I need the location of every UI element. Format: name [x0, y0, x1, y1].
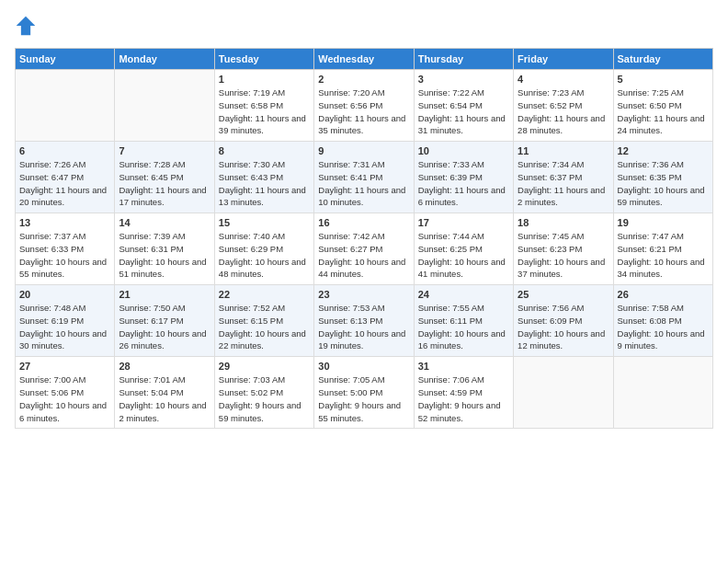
calendar-cell: 27Sunrise: 7:00 AMSunset: 5:06 PMDayligh…	[16, 357, 115, 429]
day-number: 22	[219, 289, 310, 300]
calendar-cell: 6Sunrise: 7:26 AMSunset: 6:47 PMDaylight…	[16, 142, 115, 213]
day-info: Sunrise: 7:55 AMSunset: 6:11 PMDaylight:…	[418, 302, 509, 352]
calendar-cell: 20Sunrise: 7:48 AMSunset: 6:19 PMDayligh…	[16, 285, 115, 357]
day-info: Sunrise: 7:58 AMSunset: 6:08 PMDaylight:…	[618, 302, 709, 352]
svg-marker-0	[17, 17, 36, 36]
day-number: 21	[119, 289, 210, 300]
day-number: 27	[19, 361, 110, 372]
day-number: 24	[418, 289, 509, 300]
day-number: 31	[418, 361, 509, 372]
calendar-cell: 25Sunrise: 7:56 AMSunset: 6:09 PMDayligh…	[514, 285, 613, 357]
calendar-cell: 23Sunrise: 7:53 AMSunset: 6:13 PMDayligh…	[314, 285, 414, 357]
day-number: 12	[618, 145, 709, 156]
day-number: 15	[219, 217, 310, 228]
day-number: 19	[618, 217, 709, 228]
page-header	[15, 15, 713, 37]
day-number: 2	[318, 74, 409, 85]
day-number: 14	[119, 217, 210, 228]
calendar-cell: 24Sunrise: 7:55 AMSunset: 6:11 PMDayligh…	[414, 285, 513, 357]
calendar-cell: 19Sunrise: 7:47 AMSunset: 6:21 PMDayligh…	[613, 213, 712, 285]
day-number: 9	[318, 145, 409, 156]
day-info: Sunrise: 7:56 AMSunset: 6:09 PMDaylight:…	[518, 302, 609, 352]
calendar-cell: 5Sunrise: 7:25 AMSunset: 6:50 PMDaylight…	[613, 70, 712, 142]
calendar-week-2: 6Sunrise: 7:26 AMSunset: 6:47 PMDaylight…	[16, 142, 713, 213]
day-info: Sunrise: 7:20 AMSunset: 6:56 PMDaylight:…	[318, 86, 409, 137]
calendar-cell: 16Sunrise: 7:42 AMSunset: 6:27 PMDayligh…	[314, 213, 414, 285]
day-number: 5	[618, 74, 709, 85]
weekday-header-tuesday: Tuesday	[214, 49, 313, 70]
day-number: 30	[318, 361, 409, 372]
day-info: Sunrise: 7:06 AMSunset: 4:59 PMDaylight:…	[418, 373, 509, 424]
calendar-cell: 17Sunrise: 7:44 AMSunset: 6:25 PMDayligh…	[414, 213, 513, 285]
weekday-header-friday: Friday	[514, 49, 613, 70]
day-info: Sunrise: 7:01 AMSunset: 5:04 PMDaylight:…	[119, 373, 210, 424]
calendar-cell: 15Sunrise: 7:40 AMSunset: 6:29 PMDayligh…	[214, 213, 313, 285]
calendar-cell: 26Sunrise: 7:58 AMSunset: 6:08 PMDayligh…	[613, 285, 712, 357]
day-number: 23	[318, 289, 409, 300]
day-info: Sunrise: 7:47 AMSunset: 6:21 PMDaylight:…	[618, 230, 709, 281]
day-number: 16	[318, 217, 409, 228]
calendar-cell	[514, 357, 613, 429]
day-info: Sunrise: 7:39 AMSunset: 6:31 PMDaylight:…	[119, 230, 210, 281]
day-info: Sunrise: 7:19 AMSunset: 6:58 PMDaylight:…	[219, 86, 310, 137]
calendar-cell: 9Sunrise: 7:31 AMSunset: 6:41 PMDaylight…	[314, 142, 414, 213]
day-info: Sunrise: 7:05 AMSunset: 5:00 PMDaylight:…	[318, 373, 409, 424]
calendar-cell: 10Sunrise: 7:33 AMSunset: 6:39 PMDayligh…	[414, 142, 513, 213]
calendar-week-1: 1Sunrise: 7:19 AMSunset: 6:58 PMDaylight…	[16, 70, 713, 142]
calendar-cell: 1Sunrise: 7:19 AMSunset: 6:58 PMDaylight…	[214, 70, 313, 142]
calendar-cell: 13Sunrise: 7:37 AMSunset: 6:33 PMDayligh…	[16, 213, 115, 285]
calendar-cell: 2Sunrise: 7:20 AMSunset: 6:56 PMDaylight…	[314, 70, 414, 142]
weekday-header-thursday: Thursday	[414, 49, 513, 70]
calendar-body: 1Sunrise: 7:19 AMSunset: 6:58 PMDaylight…	[16, 70, 713, 429]
calendar-cell	[115, 70, 214, 142]
day-info: Sunrise: 7:34 AMSunset: 6:37 PMDaylight:…	[518, 158, 609, 209]
day-info: Sunrise: 7:03 AMSunset: 5:02 PMDaylight:…	[219, 373, 310, 424]
day-number: 13	[19, 217, 110, 228]
calendar-cell: 7Sunrise: 7:28 AMSunset: 6:45 PMDaylight…	[115, 142, 214, 213]
day-info: Sunrise: 7:48 AMSunset: 6:19 PMDaylight:…	[19, 302, 110, 352]
calendar-cell: 4Sunrise: 7:23 AMSunset: 6:52 PMDaylight…	[514, 70, 613, 142]
calendar-cell: 31Sunrise: 7:06 AMSunset: 4:59 PMDayligh…	[414, 357, 513, 429]
day-info: Sunrise: 7:37 AMSunset: 6:33 PMDaylight:…	[19, 230, 110, 281]
day-info: Sunrise: 7:52 AMSunset: 6:15 PMDaylight:…	[219, 302, 310, 352]
day-number: 10	[418, 145, 509, 156]
weekday-header-saturday: Saturday	[613, 49, 712, 70]
calendar-cell	[613, 357, 712, 429]
weekday-header-sunday: Sunday	[16, 49, 115, 70]
day-info: Sunrise: 7:36 AMSunset: 6:35 PMDaylight:…	[618, 158, 709, 209]
calendar-cell: 21Sunrise: 7:50 AMSunset: 6:17 PMDayligh…	[115, 285, 214, 357]
weekday-header-row: SundayMondayTuesdayWednesdayThursdayFrid…	[16, 49, 713, 70]
calendar-cell: 11Sunrise: 7:34 AMSunset: 6:37 PMDayligh…	[514, 142, 613, 213]
calendar-cell: 22Sunrise: 7:52 AMSunset: 6:15 PMDayligh…	[214, 285, 313, 357]
day-info: Sunrise: 7:50 AMSunset: 6:17 PMDaylight:…	[119, 302, 210, 352]
weekday-header-monday: Monday	[115, 49, 214, 70]
logo-icon	[15, 15, 37, 37]
calendar-week-5: 27Sunrise: 7:00 AMSunset: 5:06 PMDayligh…	[16, 357, 713, 429]
calendar-cell: 8Sunrise: 7:30 AMSunset: 6:43 PMDaylight…	[214, 142, 313, 213]
day-info: Sunrise: 7:22 AMSunset: 6:54 PMDaylight:…	[418, 86, 509, 137]
day-number: 18	[518, 217, 609, 228]
day-number: 11	[518, 145, 609, 156]
day-info: Sunrise: 7:00 AMSunset: 5:06 PMDaylight:…	[19, 373, 110, 424]
day-info: Sunrise: 7:40 AMSunset: 6:29 PMDaylight:…	[219, 230, 310, 281]
day-number: 7	[119, 145, 210, 156]
day-number: 20	[19, 289, 110, 300]
day-info: Sunrise: 7:26 AMSunset: 6:47 PMDaylight:…	[19, 158, 110, 209]
calendar-cell: 29Sunrise: 7:03 AMSunset: 5:02 PMDayligh…	[214, 357, 313, 429]
day-info: Sunrise: 7:25 AMSunset: 6:50 PMDaylight:…	[618, 86, 709, 137]
logo	[15, 15, 40, 37]
day-number: 28	[119, 361, 210, 372]
day-info: Sunrise: 7:44 AMSunset: 6:25 PMDaylight:…	[418, 230, 509, 281]
day-number: 1	[219, 74, 310, 85]
day-number: 4	[518, 74, 609, 85]
day-number: 29	[219, 361, 310, 372]
day-info: Sunrise: 7:30 AMSunset: 6:43 PMDaylight:…	[219, 158, 310, 209]
day-number: 6	[19, 145, 110, 156]
calendar-week-4: 20Sunrise: 7:48 AMSunset: 6:19 PMDayligh…	[16, 285, 713, 357]
calendar-cell: 3Sunrise: 7:22 AMSunset: 6:54 PMDaylight…	[414, 70, 513, 142]
day-number: 3	[418, 74, 509, 85]
day-info: Sunrise: 7:23 AMSunset: 6:52 PMDaylight:…	[518, 86, 609, 137]
day-info: Sunrise: 7:28 AMSunset: 6:45 PMDaylight:…	[119, 158, 210, 209]
calendar-cell: 12Sunrise: 7:36 AMSunset: 6:35 PMDayligh…	[613, 142, 712, 213]
day-info: Sunrise: 7:42 AMSunset: 6:27 PMDaylight:…	[318, 230, 409, 281]
